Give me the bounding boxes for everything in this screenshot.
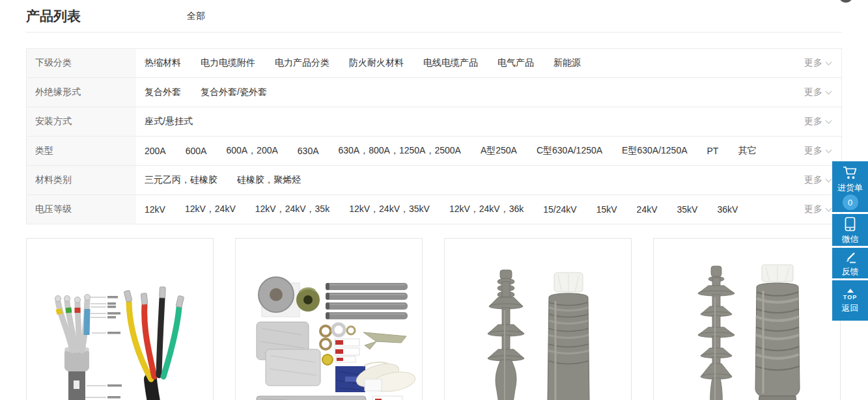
pencil-icon xyxy=(844,251,857,264)
filter-option[interactable]: 电气产品 xyxy=(497,57,534,69)
filter-options: 12kV 12kV，24kV 12kV，24kV，35k 12kV，24kV，3… xyxy=(136,195,738,224)
page-title: 产品列表 xyxy=(26,7,81,25)
filter-row-label: 安装方式 xyxy=(27,107,136,136)
page-header: 产品列表 全部 xyxy=(26,0,842,33)
top-text: TOP xyxy=(843,294,857,300)
product-image-termination-kit-contents xyxy=(242,252,415,400)
filter-option[interactable]: 座式/悬挂式 xyxy=(145,116,193,127)
feedback-button[interactable]: 反馈 xyxy=(832,248,868,278)
back-to-top-button[interactable]: TOP 返回 xyxy=(832,280,868,321)
product-card[interactable] xyxy=(26,238,214,400)
filter-row-label: 类型 xyxy=(27,137,136,165)
filter-option[interactable]: 12kV xyxy=(145,204,165,215)
back-label: 返回 xyxy=(842,304,859,312)
filter-row-mounting: 安装方式 座式/悬挂式 更多 xyxy=(27,107,841,137)
filter-row-subcategory: 下级分类 热缩材料 电力电缆附件 电力产品分类 防火耐火材料 电线电缆产品 电气… xyxy=(27,49,841,78)
chevron-down-icon xyxy=(826,147,832,153)
top-arrow-icon xyxy=(847,289,854,293)
tab-all[interactable]: 全部 xyxy=(187,10,205,22)
filter-option[interactable]: 硅橡胶，聚烯烃 xyxy=(237,174,301,186)
filter-option[interactable]: E型630A/1250A xyxy=(622,145,687,157)
more-label: 更多 xyxy=(804,57,822,69)
more-label: 更多 xyxy=(804,116,822,127)
filter-option[interactable]: 12kV，24kV，35kV xyxy=(349,204,430,215)
filter-option[interactable]: 15kV xyxy=(596,204,617,215)
wechat-label: 微信 xyxy=(842,235,859,243)
filter-option[interactable]: 防火耐火材料 xyxy=(349,57,404,69)
more-label: 更多 xyxy=(804,145,822,157)
filter-option[interactable]: 新能源 xyxy=(553,57,581,69)
filter-options: 复合外套 复合外套/瓷外套 xyxy=(136,78,267,107)
floating-sidebar: 进货单 0 微信 反馈 TOP 返回 xyxy=(832,161,868,323)
filter-option[interactable]: C型630A/1250A xyxy=(537,145,602,157)
chevron-down-icon xyxy=(826,206,832,212)
more-button[interactable]: 更多 xyxy=(804,49,831,77)
cart-label: 进货单 xyxy=(837,183,863,192)
filter-option[interactable]: 复合外套/瓷外套 xyxy=(201,87,267,98)
filter-row-type: 类型 200A 600A 600A，200A 630A 630A，800A，12… xyxy=(27,137,841,166)
more-button[interactable]: 更多 xyxy=(804,78,831,107)
filter-option[interactable]: 12kV，24kV，35k xyxy=(255,204,329,215)
filter-option[interactable]: 电力电缆附件 xyxy=(201,57,255,69)
more-button[interactable]: 更多 xyxy=(804,137,831,165)
more-label: 更多 xyxy=(804,87,822,98)
filter-option[interactable]: 电线电缆产品 xyxy=(423,57,478,69)
filter-option[interactable]: PT xyxy=(707,146,719,156)
filter-row-voltage: 电压等级 12kV 12kV，24kV 12kV，24kV，35k 12kV，2… xyxy=(27,195,841,224)
filter-option[interactable]: 600A xyxy=(186,146,207,156)
filter-options: 200A 600A 600A，200A 630A 630A，800A，1250A… xyxy=(136,137,756,165)
cart-button[interactable]: 进货单 0 xyxy=(832,161,868,212)
product-image-cold-shrink-termination-pair xyxy=(451,252,624,400)
filter-option[interactable]: 35kV xyxy=(677,204,698,215)
chevron-down-icon xyxy=(826,59,832,66)
chevron-down-icon xyxy=(826,118,832,124)
cart-count-badge: 0 xyxy=(843,194,858,210)
filter-option[interactable]: 15/24kV xyxy=(543,204,576,215)
product-image-cold-shrink-termination-skirted-pair xyxy=(660,252,833,400)
filter-option[interactable]: 其它 xyxy=(738,145,756,157)
cart-icon xyxy=(842,166,859,180)
chevron-down-icon xyxy=(826,88,832,95)
filter-table: 下级分类 热缩材料 电力电缆附件 电力产品分类 防火耐火材料 电线电缆产品 电气… xyxy=(26,48,842,224)
product-card[interactable] xyxy=(235,238,423,400)
filter-option[interactable]: A型250A xyxy=(481,145,517,157)
product-card[interactable] xyxy=(653,238,841,400)
filter-option[interactable]: 200A xyxy=(145,146,166,156)
more-button[interactable]: 更多 xyxy=(804,195,831,224)
filter-row-label: 下级分类 xyxy=(27,49,136,77)
filter-option[interactable]: 复合外套 xyxy=(145,87,181,98)
product-list-page: 产品列表 全部 下级分类 热缩材料 电力电缆附件 电力产品分类 防火耐火材料 电… xyxy=(0,0,868,400)
phone-icon xyxy=(845,217,856,232)
filter-row-material: 材料类别 三元乙丙，硅橡胶 硅橡胶，聚烯烃 更多 xyxy=(27,166,841,195)
wechat-button[interactable]: 微信 xyxy=(832,214,868,246)
more-label: 更多 xyxy=(804,204,822,215)
feedback-label: 反馈 xyxy=(842,267,859,276)
filter-option[interactable]: 电力产品分类 xyxy=(275,57,329,69)
product-card[interactable] xyxy=(444,238,632,400)
filter-option[interactable]: 24kV xyxy=(637,204,658,215)
product-grid xyxy=(26,238,841,400)
filter-option[interactable]: 三元乙丙，硅橡胶 xyxy=(145,174,217,186)
product-image-lv-cable-termination-diagram xyxy=(33,252,206,400)
filter-options: 座式/悬挂式 xyxy=(136,107,193,136)
filter-option[interactable]: 630A，800A，1250A，2500A xyxy=(339,145,461,157)
more-button[interactable]: 更多 xyxy=(804,166,831,194)
filter-options: 三元乙丙，硅橡胶 硅橡胶，聚烯烃 xyxy=(136,166,301,194)
filter-row-label: 材料类别 xyxy=(27,166,136,194)
filter-option[interactable]: 600A，200A xyxy=(226,145,277,157)
filter-option[interactable]: 12kV，24kV xyxy=(185,204,236,215)
more-button[interactable]: 更多 xyxy=(804,107,831,136)
filter-option[interactable]: 630A xyxy=(298,146,319,156)
chevron-down-icon xyxy=(826,176,832,183)
filter-option[interactable]: 12kV，24kV，36k xyxy=(449,204,524,215)
filter-option[interactable]: 36kV xyxy=(717,204,738,215)
more-label: 更多 xyxy=(804,174,822,186)
filter-options: 热缩材料 电力电缆附件 电力产品分类 防火耐火材料 电线电缆产品 电气产品 新能… xyxy=(136,49,581,77)
filter-row-insulation: 外绝缘形式 复合外套 复合外套/瓷外套 更多 xyxy=(27,78,841,107)
filter-option[interactable]: 热缩材料 xyxy=(145,57,181,69)
filter-row-label: 电压等级 xyxy=(27,195,136,224)
filter-row-label: 外绝缘形式 xyxy=(27,78,136,107)
